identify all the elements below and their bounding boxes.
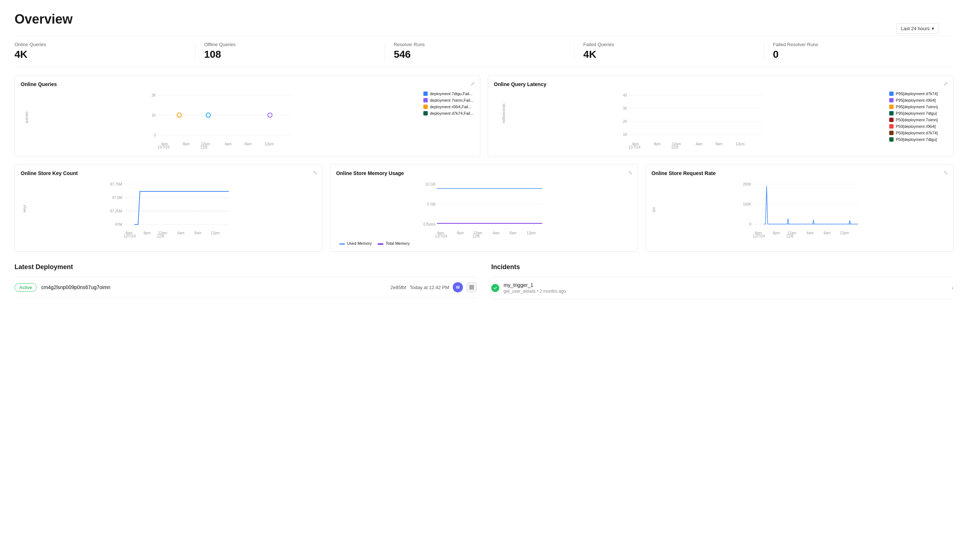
- svg-text:0: 0: [749, 222, 752, 226]
- svg-text:12/7/24: 12/7/24: [157, 145, 170, 149]
- svg-text:0 Bytes: 0 Bytes: [423, 222, 435, 226]
- svg-text:4am: 4am: [492, 231, 499, 235]
- legend-item-2: deployment r06i4,Fail...: [423, 104, 474, 109]
- stat-value-2: 546: [394, 49, 565, 60]
- stat-failed-resolver-runs: Failed Resolver Runs 0: [764, 42, 953, 60]
- svg-text:12pm: 12pm: [265, 142, 274, 146]
- svg-text:12/7/24: 12/7/24: [628, 145, 641, 149]
- memory-legend-0: Used Memory: [339, 241, 372, 245]
- latency-legend-1: P95[deployment r06i4]: [889, 98, 947, 103]
- svg-text:1K: 1K: [151, 113, 156, 117]
- deployment-row[interactable]: Active cm4g2lsnp009p0ns67ug7oimn 2e85fbf…: [15, 277, 477, 298]
- svg-text:12/7/24: 12/7/24: [753, 234, 766, 238]
- legend-color-0: [423, 91, 428, 96]
- svg-text:4am: 4am: [807, 231, 814, 235]
- svg-text:5 GB: 5 GB: [427, 202, 435, 206]
- latency-title: Online Query Latency: [494, 81, 947, 87]
- time-selector[interactable]: Last 24 hours ▾: [896, 23, 939, 34]
- page-title: Overview: [15, 12, 953, 27]
- svg-text:4am: 4am: [696, 142, 703, 146]
- svg-text:97M: 97M: [115, 223, 122, 227]
- legend-label-3: deployment d7k74,Fail...: [430, 111, 474, 116]
- expand-icon-keycount[interactable]: ⤡: [313, 170, 317, 176]
- latency-legend-6: P50[deployment d7k74]: [889, 131, 947, 135]
- svg-text:200K: 200K: [743, 182, 752, 186]
- svg-text:12pm: 12pm: [736, 142, 745, 146]
- stat-value-1: 108: [204, 49, 376, 60]
- online-query-latency-chart: Online Query Latency ⤢ milliseconds 40 3…: [487, 75, 953, 157]
- svg-rect-80: [470, 285, 471, 287]
- memory-title: Online Store Memory Usage: [336, 170, 632, 176]
- latency-legend-label-1: P95[deployment r06i4]: [896, 98, 936, 103]
- incidents-title: Incidents: [491, 263, 953, 271]
- online-queries-legend: deployment 7dtgu,Fail... deployment 7oim…: [423, 91, 474, 151]
- svg-rect-83: [472, 288, 474, 289]
- stat-label-1: Offline Queries: [204, 42, 376, 47]
- stat-label-4: Failed Resolver Runs: [773, 42, 945, 47]
- avatar: W: [453, 282, 463, 292]
- svg-rect-81: [472, 285, 474, 287]
- legend-label-2: deployment r06i4,Fail...: [430, 104, 471, 109]
- svg-text:8pm: 8pm: [457, 231, 464, 235]
- memory-usage-chart: Online Store Memory Usage ⤡ 10 GB 5 GB 0…: [330, 164, 638, 252]
- latency-legend-label-6: P50[deployment d7k74]: [896, 131, 938, 135]
- expand-icon-memory[interactable]: ⤡: [628, 170, 633, 176]
- legend-item-1: deployment 7oimn,Fail...: [423, 98, 474, 103]
- stat-offline-queries: Offline Queries 108: [196, 42, 385, 60]
- stat-label-2: Resolver Runs: [394, 42, 565, 47]
- request-rate-title: Online Store Request Rate: [651, 170, 947, 176]
- svg-text:8pm: 8pm: [654, 142, 661, 146]
- svg-text:12/8: 12/8: [472, 234, 480, 238]
- svg-text:12/7/24: 12/7/24: [123, 234, 136, 238]
- y-axis-label-queries: queries: [25, 111, 29, 123]
- expand-icon[interactable]: ⤢: [471, 81, 475, 86]
- svg-text:8pm: 8pm: [773, 231, 780, 235]
- stat-online-queries: Online Queries 4K: [15, 42, 196, 60]
- svg-text:8am: 8am: [245, 142, 252, 146]
- svg-text:12/8: 12/8: [157, 234, 164, 238]
- svg-text:4am: 4am: [225, 142, 232, 146]
- legend-label-0: deployment 7dtgu,Fail...: [430, 91, 472, 96]
- expand-icon-latency[interactable]: ⤢: [944, 81, 948, 86]
- online-queries-chart: Online Queries ⤢ queries 2K 1K 0: [15, 75, 481, 157]
- svg-text:12pm: 12pm: [840, 231, 849, 235]
- incident-sub: get_user_details • 2 months ago: [504, 289, 947, 294]
- svg-text:40: 40: [623, 93, 627, 97]
- latest-deployment-title: Latest Deployment: [15, 263, 477, 271]
- latency-legend-2: P95[deployment 7oimn]: [889, 104, 947, 109]
- svg-text:97.75M: 97.75M: [110, 182, 122, 186]
- online-queries-svg: 2K 1K 0 4pm 12/7/24 8pm 12am 12/8 4am 8a…: [34, 91, 419, 150]
- deployment-time: Today at 12:42 PM: [410, 285, 449, 290]
- deployment-meta: 2e85fbf Today at 12:42 PM W: [390, 282, 477, 292]
- memory-legend-label-1: Total Memory: [386, 241, 409, 245]
- deployment-icon: [467, 282, 477, 292]
- latency-legend-7: P50[deployment 7dtgu]: [889, 137, 947, 142]
- stat-label-0: Online Queries: [15, 42, 186, 47]
- stat-failed-queries: Failed Queries 4K: [575, 42, 764, 60]
- svg-text:20: 20: [623, 119, 627, 123]
- latency-legend-label-3: P95[deployment 7dtgu]: [896, 111, 937, 116]
- deployment-id: cm4g2lsnp009p0ns67ug7oimn: [41, 284, 110, 290]
- online-queries-title: Online Queries: [21, 81, 474, 87]
- incidents-section: Incidents my_trigger_1 get_user_details …: [491, 263, 953, 299]
- latency-legend-label-4: P50[deployment 7oimn]: [896, 118, 938, 122]
- latency-legend-3: P95[deployment 7dtgu]: [889, 111, 947, 116]
- svg-text:8am: 8am: [194, 231, 201, 235]
- latency-legend-label-2: P95[deployment 7oimn]: [896, 104, 938, 109]
- svg-text:8am: 8am: [824, 231, 831, 235]
- latency-legend-0: P95[deployment d7k74]: [889, 91, 947, 96]
- svg-text:12/8: 12/8: [201, 145, 208, 149]
- time-selector-label: Last 24 hours: [901, 26, 930, 31]
- memory-legend-label-0: Used Memory: [347, 241, 372, 245]
- stat-resolver-runs: Resolver Runs 546: [385, 42, 574, 60]
- stats-row: Online Queries 4K Offline Queries 108 Re…: [15, 36, 953, 66]
- charts-top-grid: Online Queries ⤢ queries 2K 1K 0: [15, 75, 953, 157]
- latency-legend-label-7: P50[deployment 7dtgu]: [896, 137, 937, 142]
- svg-text:97.5M: 97.5M: [112, 196, 123, 200]
- svg-text:100K: 100K: [743, 202, 752, 206]
- svg-text:2K: 2K: [151, 93, 156, 97]
- incident-row[interactable]: my_trigger_1 get_user_details • 2 months…: [491, 277, 953, 299]
- expand-icon-requestrate[interactable]: ⤡: [944, 170, 948, 176]
- request-rate-chart: Online Store Request Rate ⤡ rps 200K 100…: [645, 164, 953, 252]
- legend-color-2: [423, 104, 428, 109]
